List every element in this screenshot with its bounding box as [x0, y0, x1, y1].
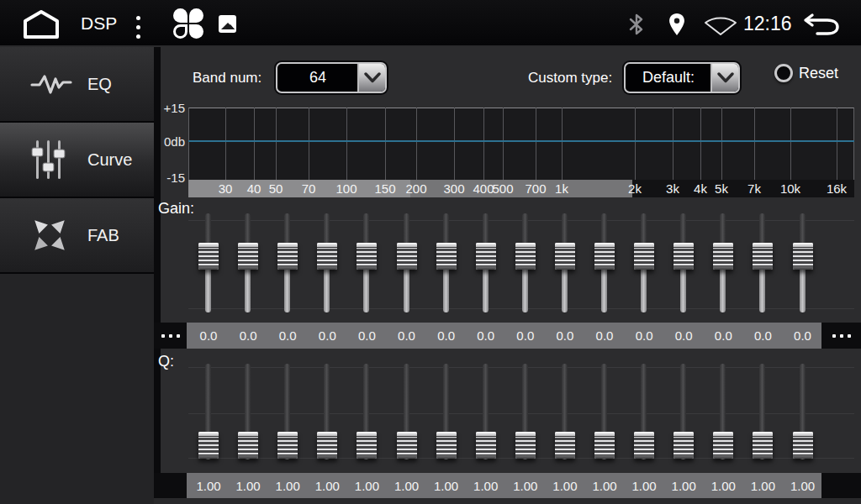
- q-slider-thumb[interactable]: [277, 432, 298, 459]
- gain-slider[interactable]: [198, 213, 219, 312]
- gain-slider-thumb[interactable]: [317, 243, 337, 270]
- freq-tick-label: 2k: [628, 180, 642, 197]
- gain-slider-thumb[interactable]: [515, 243, 536, 270]
- gain-slider[interactable]: [634, 213, 654, 312]
- q-slider-thumb[interactable]: [357, 432, 377, 459]
- gain-slider-thumb[interactable]: [673, 243, 694, 270]
- reset-radio[interactable]: [774, 64, 793, 82]
- q-slider-thumb[interactable]: [436, 432, 457, 459]
- apps-clover-icon[interactable]: [173, 8, 203, 39]
- gridline: [503, 108, 504, 180]
- q-slider[interactable]: [317, 364, 337, 459]
- gain-slider-thumb[interactable]: [793, 243, 813, 270]
- chevron-down-icon[interactable]: [710, 64, 738, 92]
- sidebar-item-curve[interactable]: Curve: [0, 123, 154, 198]
- q-value: 1.00: [355, 479, 379, 493]
- gridline: [562, 108, 563, 180]
- gain-slider[interactable]: [753, 213, 773, 312]
- q-slider[interactable]: [476, 364, 496, 459]
- q-slider[interactable]: [515, 364, 536, 459]
- gain-slider-thumb[interactable]: [238, 243, 258, 270]
- q-slider[interactable]: [357, 364, 377, 459]
- q-slider-thumb[interactable]: [594, 432, 615, 459]
- gridline: [790, 108, 791, 180]
- sidebar-item-eq[interactable]: EQ: [0, 47, 154, 123]
- q-slider-thumb[interactable]: [476, 432, 496, 459]
- q-slider-thumb[interactable]: [634, 432, 654, 459]
- gain-slider[interactable]: [555, 213, 575, 312]
- gain-slider[interactable]: [317, 213, 337, 312]
- gallery-icon[interactable]: [219, 15, 236, 33]
- gain-value: 0.0: [477, 328, 494, 343]
- freq-tick-label: 100: [335, 180, 357, 197]
- gain-slider[interactable]: [713, 213, 733, 312]
- sidebar-item-fab[interactable]: FAB: [0, 198, 154, 274]
- gain-slider[interactable]: [277, 213, 298, 312]
- q-slider-thumb[interactable]: [238, 432, 258, 459]
- gridline: [454, 108, 455, 180]
- home-icon: [22, 9, 61, 39]
- gain-slider-thumb[interactable]: [436, 243, 457, 270]
- q-slider[interactable]: [555, 364, 575, 459]
- y-axis-label: 0db: [155, 134, 185, 149]
- q-slider-thumb[interactable]: [515, 432, 536, 459]
- gain-slider-thumb[interactable]: [634, 243, 654, 270]
- more-left-button[interactable]: [154, 323, 187, 349]
- gain-slider[interactable]: [357, 213, 377, 312]
- gain-slider-thumb[interactable]: [555, 243, 575, 270]
- q-slider[interactable]: [198, 364, 219, 459]
- freq-tick-label: 1k: [555, 180, 568, 197]
- q-slider-thumb[interactable]: [673, 432, 694, 459]
- freq-tick-label: 700: [525, 180, 546, 197]
- gain-value: 0.0: [675, 328, 693, 343]
- custom-type-value: Default:: [626, 64, 711, 92]
- gain-slider-thumb[interactable]: [476, 243, 496, 270]
- gain-slider-thumb[interactable]: [198, 243, 219, 270]
- q-slider[interactable]: [753, 364, 773, 459]
- q-slider-thumb[interactable]: [753, 432, 773, 459]
- gain-slider[interactable]: [397, 213, 417, 312]
- q-slider-thumb[interactable]: [397, 432, 417, 459]
- chevron-down-icon[interactable]: [357, 64, 385, 92]
- gain-slider-thumb[interactable]: [713, 243, 733, 270]
- gain-slider[interactable]: [515, 213, 536, 312]
- back-button[interactable]: [800, 13, 841, 36]
- q-slider-thumb[interactable]: [198, 432, 219, 459]
- more-right-button[interactable]: [821, 323, 861, 349]
- gain-slider-thumb[interactable]: [594, 243, 615, 270]
- q-slider[interactable]: [634, 364, 654, 459]
- q-slider[interactable]: [793, 364, 813, 459]
- gain-slider[interactable]: [673, 213, 694, 312]
- q-slider-thumb[interactable]: [793, 432, 813, 459]
- gain-label: Gain:: [158, 200, 194, 218]
- gain-slider-thumb[interactable]: [753, 243, 773, 270]
- gain-slider[interactable]: [594, 213, 615, 312]
- band-num-dropdown[interactable]: 64: [276, 62, 387, 93]
- gain-slider-thumb[interactable]: [277, 243, 298, 270]
- q-slider[interactable]: [594, 364, 615, 459]
- gain-slider[interactable]: [476, 213, 496, 312]
- q-slider[interactable]: [238, 364, 258, 459]
- q-slider[interactable]: [673, 364, 694, 459]
- gain-value: 0.0: [240, 328, 257, 343]
- q-slider[interactable]: [277, 364, 298, 459]
- home-button[interactable]: [22, 9, 61, 39]
- status-bar: DSP 12:16: [0, 0, 861, 47]
- gain-slider[interactable]: [793, 213, 813, 312]
- freq-tick-label: 30: [219, 180, 233, 197]
- reset-label[interactable]: Reset: [799, 65, 838, 82]
- custom-type-dropdown[interactable]: Default:: [624, 62, 740, 93]
- q-value: 1.00: [394, 479, 419, 493]
- overflow-menu-button[interactable]: [136, 11, 140, 44]
- q-slider[interactable]: [397, 364, 417, 459]
- gain-slider-thumb[interactable]: [357, 243, 377, 270]
- gain-slider-thumb[interactable]: [397, 243, 417, 270]
- gain-slider[interactable]: [436, 213, 457, 312]
- q-slider[interactable]: [713, 364, 733, 459]
- q-slider[interactable]: [436, 364, 457, 459]
- bluetooth-icon: [626, 13, 647, 36]
- q-slider-thumb[interactable]: [555, 432, 575, 459]
- q-slider-thumb[interactable]: [317, 432, 337, 459]
- q-slider-thumb[interactable]: [713, 432, 733, 459]
- gain-slider[interactable]: [238, 213, 258, 312]
